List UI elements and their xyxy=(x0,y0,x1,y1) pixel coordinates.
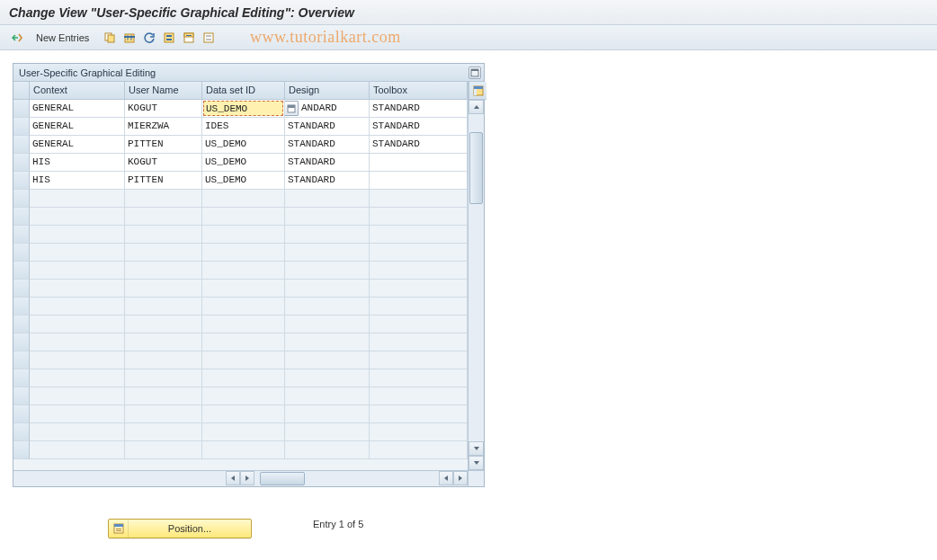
cell-context[interactable] xyxy=(30,351,125,369)
cell-user[interactable] xyxy=(125,190,202,208)
select-block-icon[interactable] xyxy=(181,30,197,46)
cell-design[interactable] xyxy=(285,262,370,280)
cell-design[interactable] xyxy=(285,441,370,459)
cell-toolbox[interactable] xyxy=(370,316,468,333)
cell-user[interactable] xyxy=(125,226,202,244)
cell-dataset[interactable]: IDES xyxy=(202,118,285,136)
cell-toolbox[interactable] xyxy=(370,387,468,405)
cell-design[interactable] xyxy=(285,405,370,423)
cell-toolbox[interactable] xyxy=(370,280,468,298)
cell-dataset[interactable] xyxy=(202,262,285,280)
row-selector[interactable] xyxy=(13,333,30,351)
cell-context[interactable] xyxy=(30,333,125,351)
cell-toolbox[interactable] xyxy=(370,351,468,369)
row-selector[interactable] xyxy=(13,351,30,369)
cell-toolbox[interactable] xyxy=(370,262,468,280)
cell-design[interactable] xyxy=(285,387,370,405)
cell-context[interactable] xyxy=(30,226,125,244)
cell-user[interactable] xyxy=(125,298,202,316)
cell-context[interactable] xyxy=(30,387,125,405)
cell-toolbox[interactable] xyxy=(370,441,468,459)
cell-dataset[interactable] xyxy=(202,316,285,333)
cell-user[interactable] xyxy=(125,369,202,387)
vertical-scrollbar[interactable] xyxy=(468,82,484,470)
row-selector[interactable] xyxy=(13,172,30,190)
horizontal-scrollbar[interactable] xyxy=(13,470,484,486)
table-settings-icon[interactable] xyxy=(468,82,486,100)
delete-icon[interactable] xyxy=(121,30,138,46)
cell-context[interactable] xyxy=(30,208,125,226)
row-selector[interactable] xyxy=(13,316,30,333)
cell-user[interactable]: KOGUT xyxy=(125,100,202,118)
cell-design[interactable]: STANDARD xyxy=(285,136,370,154)
hscroll-thumb[interactable] xyxy=(260,472,305,485)
cell-toolbox[interactable]: STANDARD xyxy=(370,136,468,154)
deselect-all-icon[interactable] xyxy=(201,30,217,46)
scroll-left-icon[interactable] xyxy=(226,471,240,485)
hscroll-track[interactable] xyxy=(254,471,412,486)
row-selector[interactable] xyxy=(13,100,30,118)
cell-design[interactable] xyxy=(285,208,370,226)
cell-design[interactable] xyxy=(285,298,370,316)
column-header-dataset[interactable]: Data set ID xyxy=(202,82,285,100)
cell-dataset[interactable] xyxy=(202,298,285,316)
cell-toolbox[interactable] xyxy=(370,172,468,190)
cell-dataset[interactable] xyxy=(202,280,285,298)
scroll-down-icon[interactable] xyxy=(468,441,484,456)
row-selector[interactable] xyxy=(13,262,30,280)
row-selector[interactable] xyxy=(13,441,30,459)
cell-context[interactable] xyxy=(30,441,125,459)
cell-dataset[interactable] xyxy=(202,244,285,262)
cell-user[interactable] xyxy=(125,405,202,423)
cell-dataset[interactable] xyxy=(202,190,285,208)
cell-user[interactable] xyxy=(125,316,202,333)
scroll-up-icon[interactable] xyxy=(468,100,484,114)
cell-context[interactable]: GENERAL xyxy=(30,118,125,136)
cell-toolbox[interactable] xyxy=(370,208,468,226)
select-all-icon[interactable] xyxy=(161,30,177,46)
cell-user[interactable] xyxy=(125,387,202,405)
other-view-icon[interactable] xyxy=(9,30,25,46)
cell-dataset[interactable] xyxy=(202,369,285,387)
cell-context[interactable] xyxy=(30,405,125,423)
cell-design[interactable] xyxy=(285,316,370,333)
row-selector[interactable] xyxy=(13,154,30,172)
row-selector[interactable] xyxy=(13,423,30,441)
cell-dataset[interactable] xyxy=(202,387,285,405)
cell-dataset[interactable]: US_DEMO xyxy=(202,154,285,172)
cell-design[interactable] xyxy=(285,351,370,369)
cell-user[interactable] xyxy=(125,351,202,369)
cell-context[interactable]: HIS xyxy=(30,172,125,190)
cell-toolbox[interactable] xyxy=(370,244,468,262)
cell-toolbox[interactable]: STANDARD xyxy=(370,100,468,118)
cell-context[interactable] xyxy=(30,262,125,280)
cell-design[interactable]: STANDARD xyxy=(285,118,370,136)
cell-design[interactable] xyxy=(285,280,370,298)
row-selector[interactable] xyxy=(13,118,30,136)
cell-user[interactable] xyxy=(125,262,202,280)
scroll-left-icon[interactable] xyxy=(439,471,453,485)
cell-design[interactable]: STANDARD xyxy=(285,154,370,172)
cell-context[interactable] xyxy=(30,280,125,298)
cell-dataset[interactable]: US_DEMO xyxy=(202,172,285,190)
column-header-context[interactable]: Context xyxy=(30,82,125,100)
row-selector[interactable] xyxy=(13,208,30,226)
row-selector[interactable] xyxy=(13,190,30,208)
cell-dataset[interactable]: US_DEMO xyxy=(202,136,285,154)
cell-user[interactable] xyxy=(125,244,202,262)
row-selector[interactable] xyxy=(13,244,30,262)
cell-context[interactable] xyxy=(30,298,125,316)
grid-config-icon[interactable] xyxy=(468,67,481,79)
row-selector[interactable] xyxy=(13,280,30,298)
cell-user[interactable] xyxy=(125,441,202,459)
cell-design[interactable] xyxy=(285,369,370,387)
row-selector[interactable] xyxy=(13,405,30,423)
cell-toolbox[interactable] xyxy=(370,423,468,441)
cell-user[interactable] xyxy=(125,423,202,441)
cell-user[interactable] xyxy=(125,208,202,226)
cell-toolbox[interactable] xyxy=(370,369,468,387)
row-selector[interactable] xyxy=(13,387,30,405)
cell-context[interactable] xyxy=(30,423,125,441)
cell-design[interactable]: STANDARD xyxy=(285,172,370,190)
cell-dataset[interactable] xyxy=(202,351,285,369)
